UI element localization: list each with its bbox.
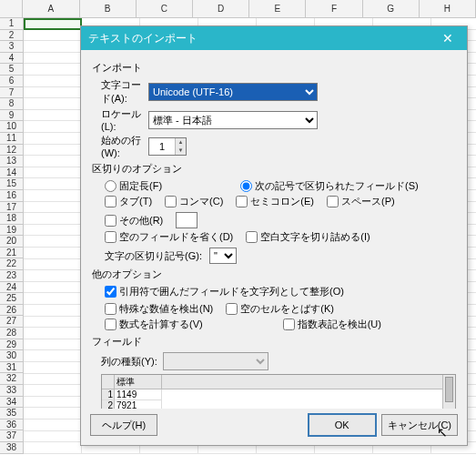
text-delimiter-label: 文字の区切り記号(G): (105, 249, 202, 263)
row-header[interactable]: 17 (0, 202, 24, 214)
col-header[interactable]: A (23, 0, 79, 17)
row-header[interactable]: 12 (0, 145, 24, 157)
row-header[interactable]: 19 (0, 225, 24, 237)
row-header[interactable]: 18 (0, 213, 24, 225)
data-preview[interactable]: 標準 1114927921300974017158265654827395087… (101, 374, 456, 409)
row-header[interactable]: 35 (0, 408, 24, 420)
other-checkbox[interactable]: その他(R) (105, 214, 163, 228)
row-header[interactable]: 2 (0, 30, 24, 42)
row-header[interactable]: 25 (0, 293, 24, 305)
detect-special-checkbox[interactable]: 特殊な数値を検出(N) (105, 302, 213, 316)
row-header[interactable]: 13 (0, 156, 24, 167)
col-header[interactable]: E (249, 0, 306, 17)
column-type-select[interactable] (163, 352, 268, 370)
row-header[interactable]: 26 (0, 305, 24, 317)
row-header[interactable]: 11 (0, 133, 24, 145)
chevron-down-icon[interactable]: ▼ (176, 147, 186, 155)
row-header[interactable]: 7 (0, 87, 24, 99)
preview-vertical-scrollbar[interactable] (442, 375, 455, 409)
row-header[interactable]: 30 (0, 350, 24, 362)
col-header[interactable]: H (420, 0, 476, 17)
row-header[interactable]: 22 (0, 258, 24, 270)
active-cell-outline (24, 18, 82, 30)
other-section-header: 他のオプション (92, 268, 456, 281)
space-checkbox[interactable]: スペース(P) (327, 195, 395, 208)
other-delimiter-input[interactable] (176, 212, 197, 228)
row-header[interactable]: 28 (0, 328, 24, 339)
locale-label: ロケール(L): (92, 107, 148, 132)
row-header[interactable]: 21 (0, 248, 24, 259)
row-header[interactable]: 32 (0, 373, 24, 385)
row-header[interactable]: 20 (0, 236, 24, 248)
row-header[interactable]: 33 (0, 385, 24, 397)
quoted-as-text-checkbox[interactable]: 引用符で囲んだフィールドを文字列として整形(O) (105, 285, 344, 298)
help-button[interactable]: ヘルプ(H) (90, 414, 157, 436)
row-header[interactable]: 3 (0, 41, 24, 53)
encoding-label: 文字コード(A): (92, 78, 148, 106)
row-header[interactable]: 23 (0, 270, 24, 282)
row-header[interactable]: 9 (0, 110, 24, 122)
start-row-stepper[interactable]: ▲▼ (148, 137, 187, 156)
trim-spaces-checkbox[interactable]: 空白文字を切り詰める(I) (246, 230, 370, 244)
start-row-input[interactable] (149, 138, 175, 155)
preview-row[interactable]: 27921 (102, 400, 442, 409)
row-header[interactable]: 1 (0, 18, 24, 30)
col-header[interactable]: D (193, 0, 249, 17)
tab-checkbox[interactable]: タブ(T) (105, 195, 152, 208)
row-header[interactable]: 4 (0, 53, 24, 65)
delimited-radio[interactable]: 次の記号で区切られたフィールド(S) (240, 179, 419, 193)
close-icon[interactable]: ✕ (436, 31, 460, 46)
row-header[interactable]: 34 (0, 397, 24, 409)
ok-button[interactable]: OK (309, 414, 376, 436)
row-header[interactable]: 31 (0, 362, 24, 374)
row-header[interactable]: 24 (0, 282, 24, 294)
semicolon-checkbox[interactable]: セミコロン(E) (236, 195, 314, 208)
row-header[interactable]: 10 (0, 121, 24, 133)
select-all-corner[interactable] (0, 0, 23, 17)
skip-empty-checkbox[interactable]: 空のフィールドを省く(D) (105, 230, 233, 244)
locale-select[interactable]: 標準 - 日本語 (148, 111, 318, 129)
row-header[interactable]: 37 (0, 430, 24, 442)
row-header[interactable]: 8 (0, 98, 24, 110)
start-row-label: 始めの行(W): (92, 134, 148, 158)
row-header[interactable]: 14 (0, 167, 24, 179)
row-header[interactable]: 36 (0, 420, 24, 431)
chevron-up-icon[interactable]: ▲ (176, 138, 186, 147)
row-header[interactable]: 29 (0, 339, 24, 351)
import-section-header: インポート (92, 61, 456, 75)
dialog-titlebar[interactable]: テキストのインポート ✕ (81, 26, 467, 50)
eval-formula-checkbox[interactable]: 数式を計算する(V) (105, 318, 203, 331)
preview-col-header[interactable]: 標準 (115, 375, 162, 389)
fields-section-header: フィールド (92, 335, 456, 349)
col-header[interactable]: F (306, 0, 362, 17)
row-header[interactable]: 15 (0, 178, 24, 190)
row-header[interactable]: 38 (0, 442, 24, 454)
separator-section-header: 区切りのオプション (92, 162, 456, 176)
column-type-label: 列の種類(Y): (101, 355, 157, 369)
detect-exponent-checkbox[interactable]: 指数表記を検出(U) (283, 318, 381, 331)
col-header[interactable]: G (363, 0, 420, 17)
row-header[interactable]: 27 (0, 316, 24, 328)
row-header[interactable]: 5 (0, 64, 24, 76)
text-delimiter-select[interactable]: " (209, 248, 237, 264)
row-header[interactable]: 16 (0, 190, 24, 202)
comma-checkbox[interactable]: コンマ(C) (165, 195, 223, 208)
preview-row[interactable]: 11149 (102, 389, 442, 400)
skip-empty-cells-checkbox[interactable]: 空のセルをとばす(K) (226, 302, 334, 316)
fixed-width-radio[interactable]: 固定長(F) (105, 179, 162, 193)
col-header[interactable]: B (80, 0, 137, 17)
encoding-select[interactable]: Unicode (UTF-16) (148, 83, 318, 101)
col-header[interactable]: C (137, 0, 193, 17)
text-import-dialog: テキストのインポート ✕ インポート 文字コード(A): Unicode (UT… (80, 25, 468, 446)
cancel-button[interactable]: キャンセル(C) (381, 414, 458, 436)
dialog-title: テキストのインポート (88, 31, 197, 46)
row-header[interactable]: 6 (0, 76, 24, 87)
